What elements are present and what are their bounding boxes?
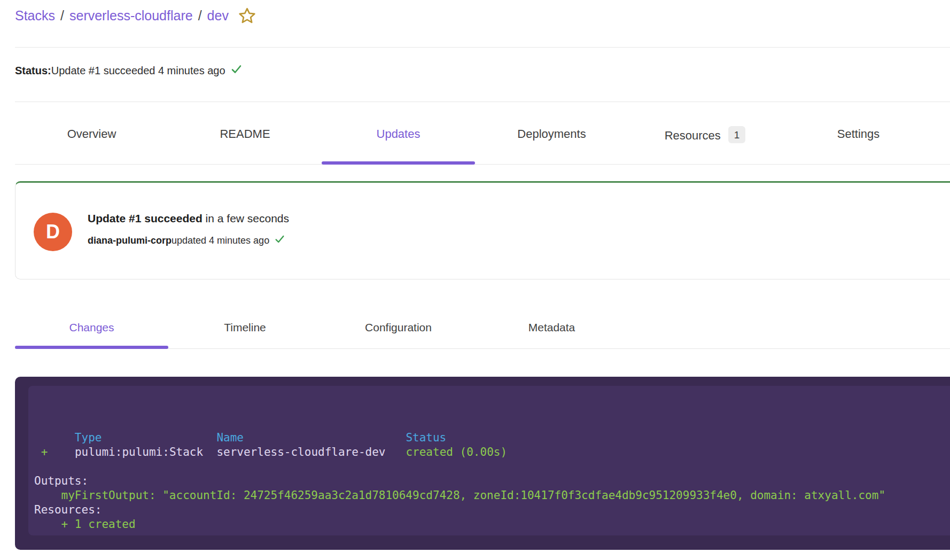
- avatar-letter: D: [46, 221, 60, 243]
- update-title-duration: in a few seconds: [203, 212, 289, 224]
- subtab-changes[interactable]: Changes: [15, 320, 168, 335]
- tab-overview[interactable]: Overview: [15, 126, 168, 144]
- tab-updates[interactable]: Updates: [322, 126, 475, 144]
- terminal-line-resource-row: + pulumi:pulumi:Stack serverless-cloudfl…: [34, 445, 950, 460]
- active-subtab-underline: [15, 346, 168, 349]
- checkmark-icon: [274, 234, 285, 247]
- checkmark-icon: [230, 63, 243, 78]
- status-label: Status:: [15, 65, 51, 77]
- breadcrumb-separator: /: [60, 5, 64, 26]
- update-title: Update #1 succeeded in a few seconds: [88, 212, 289, 225]
- status-bar: Status: Update #1 succeeded 4 minutes ag…: [15, 63, 243, 78]
- terminal-log: Type Name Status + pulumi:pulumi:Stack s…: [28, 386, 950, 532]
- avatar: D: [34, 213, 72, 251]
- update-author: diana-pulumi-corp: [88, 235, 172, 246]
- divider: [15, 47, 950, 48]
- update-time: updated 4 minutes ago: [172, 235, 269, 246]
- breadcrumb-project-link[interactable]: serverless-cloudflare: [69, 5, 193, 26]
- breadcrumb-separator: /: [198, 5, 202, 26]
- update-card-text: Update #1 succeeded in a few seconds dia…: [88, 212, 289, 247]
- breadcrumb-stack-link[interactable]: dev: [207, 5, 229, 26]
- subtab-metadata[interactable]: Metadata: [475, 320, 628, 335]
- stack-page: Stacks / serverless-cloudflare / dev Sta…: [0, 0, 950, 560]
- active-tab-underline: [322, 161, 475, 165]
- terminal-output: Type Name Status + pulumi:pulumi:Stack s…: [15, 377, 950, 550]
- terminal-line-blank-line: [34, 460, 950, 474]
- tab-deployments[interactable]: Deployments: [475, 126, 628, 144]
- terminal-line-column-header-row: Type Name Status: [34, 431, 950, 445]
- terminal-line-resources-created: + 1 created: [34, 517, 950, 532]
- main-tab-bar: OverviewREADMEUpdatesDeploymentsResource…: [15, 126, 935, 144]
- terminal-line-outputs-label: Outputs:: [34, 474, 950, 488]
- terminal-log-panel: Type Name Status + pulumi:pulumi:Stack s…: [28, 386, 950, 535]
- update-title-status: Update #1 succeeded: [88, 212, 203, 224]
- subtab-configuration[interactable]: Configuration: [322, 320, 475, 335]
- update-subtitle: diana-pulumi-corp updated 4 minutes ago: [88, 234, 289, 247]
- status-text: Update #1 succeeded 4 minutes ago: [51, 65, 225, 77]
- star-icon[interactable]: [238, 7, 256, 25]
- update-card[interactable]: D Update #1 succeeded in a few seconds d…: [15, 181, 950, 279]
- terminal-line-resources-label: Resources:: [34, 503, 950, 517]
- breadcrumb: Stacks / serverless-cloudflare / dev: [15, 5, 256, 26]
- tab-readme[interactable]: README: [168, 126, 322, 144]
- update-detail-tab-bar: ChangesTimelineConfigurationMetadata: [15, 320, 628, 335]
- subtab-timeline[interactable]: Timeline: [168, 320, 322, 335]
- tab-bar-border: [15, 164, 950, 165]
- tab-settings[interactable]: Settings: [782, 126, 935, 144]
- divider: [15, 102, 950, 102]
- tab-resources[interactable]: Resources1: [628, 126, 782, 144]
- resource-count-badge: 1: [728, 126, 746, 143]
- terminal-line-output-value: myFirstOutput: "accountId: 24725f46259aa…: [34, 488, 950, 503]
- breadcrumb-stacks-link[interactable]: Stacks: [15, 5, 55, 26]
